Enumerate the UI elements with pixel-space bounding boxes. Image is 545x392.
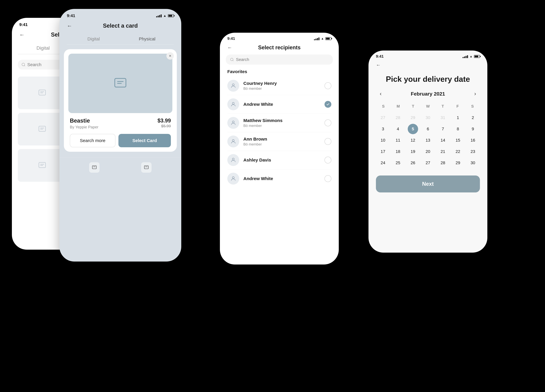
calendar-day[interactable]: 3 xyxy=(378,124,388,134)
battery-icon-2 xyxy=(168,14,174,17)
recipient-checkbox[interactable] xyxy=(324,157,331,163)
recipient-name: Andrew White xyxy=(243,176,320,181)
recipient-info: Courtney HenryBö member xyxy=(243,81,320,91)
calendar-day[interactable]: 12 xyxy=(408,135,418,145)
calendar-day[interactable]: 7 xyxy=(438,124,448,134)
calendar-day[interactable]: 28 xyxy=(438,158,448,168)
svg-point-33 xyxy=(232,140,234,142)
calendar-day[interactable]: 10 xyxy=(378,135,388,145)
card-icon-3 xyxy=(38,125,47,134)
recipient-item[interactable]: Ann BrownBö member xyxy=(220,132,339,151)
calendar-day[interactable]: 25 xyxy=(393,158,403,168)
bottom-nav-2 xyxy=(59,158,181,177)
calendar-day[interactable]: 15 xyxy=(453,135,463,145)
recipient-item[interactable]: Matthew SimmonsBö member xyxy=(220,114,339,132)
prev-month-button[interactable]: ‹ xyxy=(378,89,384,98)
search-icon-1 xyxy=(21,62,25,67)
recipient-checkbox[interactable] xyxy=(324,119,331,126)
phone-screen-3: 9:41 ▲ ← Select recipients Favori xyxy=(220,33,339,265)
calendar-day[interactable]: 4 xyxy=(393,124,403,134)
card-preview-icon xyxy=(113,76,128,91)
back-button-3[interactable]: ← xyxy=(227,45,232,50)
back-button-2[interactable]: ← xyxy=(67,23,72,29)
calendar-days: 2728293031123456789101112131415161718192… xyxy=(376,112,480,168)
phone-screen-4: 9:41 ▲ ← Pick your delivery date ‹ Febru… xyxy=(368,50,487,253)
search-input-3[interactable] xyxy=(236,57,329,62)
wifi-icon-4: ▲ xyxy=(470,55,472,58)
calendar-day[interactable]: 31 xyxy=(438,112,448,123)
section-favorites: Favorites xyxy=(220,68,339,76)
status-bar-3: 9:41 ▲ xyxy=(220,33,339,42)
select-card-button[interactable]: Select Card xyxy=(118,134,171,147)
back-button-1[interactable]: ← xyxy=(19,32,25,38)
header-3: ← Select recipients xyxy=(220,42,339,53)
recipient-item[interactable]: Andrew White xyxy=(220,169,339,188)
calendar-day[interactable]: 26 xyxy=(408,158,418,168)
card-item-3[interactable] xyxy=(18,113,67,145)
card-prices: $3.99 $5.99 xyxy=(157,118,171,128)
recipient-item[interactable]: Ashley Davis xyxy=(220,151,339,169)
card-item-1[interactable] xyxy=(18,76,67,109)
calendar-day[interactable]: 24 xyxy=(378,158,388,168)
svg-rect-27 xyxy=(144,166,149,169)
calendar-day[interactable]: 16 xyxy=(468,135,478,145)
card-price-current: $3.99 xyxy=(157,118,171,124)
svg-rect-16 xyxy=(39,162,46,168)
nav-icon-list[interactable] xyxy=(141,162,152,173)
calendar-day[interactable]: 21 xyxy=(438,146,448,157)
calendar-day[interactable]: 6 xyxy=(423,124,433,134)
nav-icon-cards[interactable] xyxy=(89,162,99,173)
recipient-checkbox[interactable] xyxy=(324,82,331,89)
next-month-button[interactable]: › xyxy=(472,89,478,98)
calendar-day[interactable]: 18 xyxy=(393,146,403,157)
status-bar-2: 9:41 ▲ xyxy=(59,9,181,20)
calendar-day[interactable]: 2 xyxy=(468,112,478,123)
time-3: 9:41 xyxy=(227,36,235,41)
signal-icon-3 xyxy=(314,37,319,40)
svg-point-31 xyxy=(232,102,234,104)
svg-point-29 xyxy=(230,58,233,61)
back-button-4[interactable]: ← xyxy=(376,62,381,68)
tab-physical-2[interactable]: Physical xyxy=(120,33,174,44)
recipient-checkbox[interactable] xyxy=(324,101,331,108)
recipient-name: Matthew Simmons xyxy=(243,118,320,123)
next-button[interactable]: Next xyxy=(376,175,480,193)
calendar-day[interactable]: 1 xyxy=(453,112,463,123)
recipient-checkbox[interactable] xyxy=(324,138,331,145)
calendar-day[interactable]: 8 xyxy=(453,124,463,134)
calendar-title: Pick your delivery date xyxy=(368,70,487,87)
calendar-day[interactable]: 19 xyxy=(408,146,418,157)
calendar-day[interactable]: 27 xyxy=(378,112,388,123)
calendar-day[interactable]: 17 xyxy=(378,146,388,157)
time-1: 9:41 xyxy=(19,22,28,27)
calendar-day[interactable]: 29 xyxy=(408,112,418,123)
calendar-day[interactable]: 30 xyxy=(423,112,433,123)
svg-rect-25 xyxy=(93,166,96,169)
card-item-5[interactable] xyxy=(18,149,67,182)
calendar-day[interactable]: 23 xyxy=(468,146,478,157)
recipient-checkbox[interactable] xyxy=(324,175,331,182)
tab-digital-2[interactable]: Digital xyxy=(67,33,120,44)
calendar-day[interactable]: 14 xyxy=(438,135,448,145)
calendar-day[interactable]: 5 xyxy=(408,124,418,134)
recipients-list: Courtney HenryBö memberAndrew WhiteMatth… xyxy=(220,76,339,188)
search-more-button[interactable]: Search more xyxy=(70,134,115,147)
modal-actions: Search more Select Card xyxy=(68,134,172,147)
calendar-day[interactable]: 28 xyxy=(393,112,403,123)
svg-rect-22 xyxy=(115,78,126,87)
close-button[interactable]: × xyxy=(167,52,174,60)
recipient-item[interactable]: Courtney HenryBö member xyxy=(220,76,339,95)
recipient-info: Matthew SimmonsBö member xyxy=(243,118,320,128)
calendar-day[interactable]: 29 xyxy=(453,158,463,168)
recipient-item[interactable]: Andrew White xyxy=(220,95,339,113)
recipient-name: Ann Brown xyxy=(243,137,320,142)
calendar-day[interactable]: 11 xyxy=(393,135,403,145)
calendar-day-headers: SMTWTFS xyxy=(376,103,480,110)
avatar xyxy=(227,136,239,147)
calendar-day[interactable]: 20 xyxy=(423,146,433,157)
calendar-day[interactable]: 27 xyxy=(423,158,433,168)
calendar-day[interactable]: 13 xyxy=(423,135,433,145)
calendar-day[interactable]: 30 xyxy=(468,158,478,168)
calendar-day[interactable]: 22 xyxy=(453,146,463,157)
calendar-day[interactable]: 9 xyxy=(468,124,478,134)
